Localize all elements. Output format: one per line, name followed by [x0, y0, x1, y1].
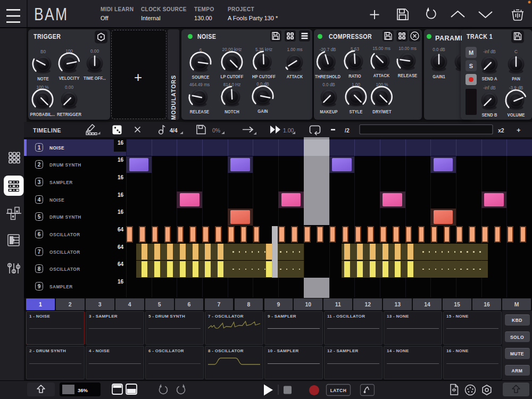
svg-text:M: M — [469, 49, 473, 56]
svg-text:S: S — [469, 63, 473, 69]
svg-text:LATCH: LATCH — [330, 388, 347, 393]
svg-text:36%: 36% — [78, 387, 88, 393]
